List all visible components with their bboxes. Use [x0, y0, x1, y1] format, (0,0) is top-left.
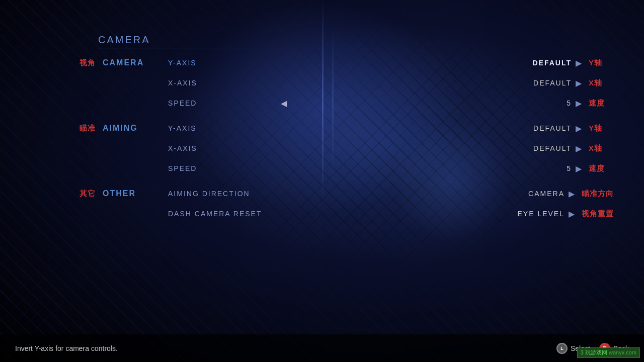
camera-x-axis-chinese: X轴 — [589, 78, 614, 88]
aiming-x-axis-label: X-AXIS — [168, 144, 279, 152]
other-category-name: OTHER — [103, 189, 163, 198]
other-chinese-label: 其它 — [65, 189, 96, 199]
other-aim-direction-arrow-right: ▶ — [567, 189, 577, 199]
camera-speed-chinese: 速度 — [589, 99, 614, 108]
other-dash-reset-label: DASH CAMERA RESET — [168, 210, 279, 218]
section-title: CAMERA — [98, 34, 546, 46]
aiming-x-axis-value: DEFAULT — [506, 144, 572, 152]
aiming-category-name: AIMING — [103, 124, 163, 133]
other-dash-reset-arrow-right: ▶ — [567, 209, 577, 219]
camera-chinese-label: 视角 — [65, 58, 96, 68]
camera-x-axis-label: X-AXIS — [168, 79, 279, 87]
aiming-y-axis-chinese: Y轴 — [589, 124, 614, 133]
other-aim-direction-label: AIMING DIRECTION — [168, 190, 279, 198]
camera-y-axis-label: Y-AXIS — [168, 59, 279, 67]
left-stick-icon: L — [556, 343, 568, 354]
menu-content: 视角 CAMERA Y-AXIS DEFAULT ▶ Y轴 X-AXIS DEF… — [65, 53, 614, 224]
aiming-y-axis-label: Y-AXIS — [168, 124, 279, 132]
camera-x-axis-row[interactable]: X-AXIS DEFAULT ▶ X轴 — [65, 73, 614, 93]
watermark-prefix: 3 — [581, 349, 584, 355]
camera-speed-arrow-right: ▶ — [574, 99, 584, 108]
section-header: CAMERA — [98, 34, 546, 48]
watermark-box: 3 玩游戏网 wanyx.com — [577, 347, 640, 358]
hint-text: Invert Y-axis for camera controls. — [15, 344, 556, 352]
camera-speed-arrow-left: ◀ — [279, 99, 289, 108]
aiming-speed-chinese: 速度 — [589, 164, 614, 173]
aiming-chinese-label: 瞄准 — [65, 124, 96, 133]
camera-y-axis-value: DEFAULT — [506, 59, 572, 67]
watermark: 3 玩游戏网 wanyx.com — [577, 347, 640, 358]
aiming-y-axis-value: DEFAULT — [506, 124, 572, 132]
aiming-x-axis-arrow-right: ▶ — [574, 144, 584, 153]
other-dash-reset-chinese: 视角重置 — [582, 209, 614, 219]
watermark-url: wanyx.com — [609, 349, 636, 355]
aiming-speed-arrow-right: ▶ — [574, 164, 584, 173]
aiming-x-axis-chinese: X轴 — [589, 144, 614, 153]
camera-y-axis-row[interactable]: 视角 CAMERA Y-AXIS DEFAULT ▶ Y轴 — [65, 53, 614, 73]
camera-y-axis-chinese: Y轴 — [589, 58, 614, 68]
aiming-speed-label: SPEED — [168, 164, 279, 172]
watermark-domain: 玩游戏网 — [585, 349, 607, 355]
camera-speed-label: SPEED — [168, 99, 279, 107]
camera-y-axis-arrow-right: ▶ — [574, 58, 584, 68]
other-dash-reset-value: EYE LEVEL — [499, 210, 565, 218]
other-aim-direction-row[interactable]: 其它 OTHER AIMING DIRECTION CAMERA ▶ 瞄准方向 — [65, 184, 614, 204]
camera-x-axis-arrow-right: ▶ — [574, 78, 584, 88]
aiming-y-axis-arrow-right: ▶ — [574, 124, 584, 133]
aiming-y-axis-row[interactable]: 瞄准 AIMING Y-AXIS DEFAULT ▶ Y轴 — [65, 118, 614, 138]
other-aim-direction-chinese: 瞄准方向 — [582, 189, 614, 199]
aiming-speed-row[interactable]: SPEED 5 ▶ 速度 — [65, 158, 614, 178]
other-aim-direction-value: CAMERA — [499, 190, 565, 198]
aiming-x-axis-row[interactable]: X-AXIS DEFAULT ▶ X轴 — [65, 138, 614, 158]
camera-category-name: CAMERA — [103, 58, 163, 67]
camera-speed-row[interactable]: SPEED ◀ 5 ▶ 速度 — [65, 93, 614, 113]
camera-speed-value: 5 — [506, 99, 572, 107]
camera-x-axis-value: DEFAULT — [506, 79, 572, 87]
other-dash-reset-row[interactable]: DASH CAMERA RESET EYE LEVEL ▶ 视角重置 — [65, 204, 614, 224]
section-divider — [98, 48, 450, 48]
aiming-speed-value: 5 — [506, 164, 572, 172]
bottom-bar: Invert Y-axis for camera controls. L Sel… — [0, 334, 644, 362]
